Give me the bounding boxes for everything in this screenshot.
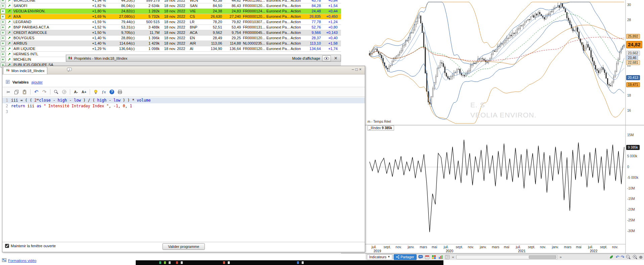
chart-undo-icon[interactable]: ↶ <box>615 255 619 260</box>
month-label: nov. <box>540 245 546 249</box>
add-instrument-icon[interactable]: + <box>1 20 5 24</box>
cell-pct: +1,69 % <box>88 14 107 19</box>
workspace-icon[interactable] <box>445 255 450 260</box>
month-label: mai <box>432 245 437 249</box>
add-instrument-icon[interactable]: + <box>1 4 5 8</box>
editor-help-icon[interactable]: ? <box>108 88 116 96</box>
watchlist-row[interactable]: +↗LEGRAND+1,59 %79,44(c)500 51518 nov. 2… <box>0 19 341 25</box>
eco-mode-icon[interactable] <box>609 255 614 260</box>
watchlist-row[interactable]: +↗AIR LIQUIDE+1,29 %136,64(c)1 098k18 no… <box>0 46 341 52</box>
watchlist-row[interactable]: +↗AXA+1,69 %27,080(c)5 732k18 nov. 2022C… <box>0 14 341 19</box>
zoom-out-icon[interactable] <box>626 255 631 260</box>
bar-chart-icon[interactable] <box>438 255 443 260</box>
dialog-close-icon[interactable]: ✕ <box>333 56 339 61</box>
open-chart-icon[interactable]: ↗ <box>7 25 10 29</box>
cell-last: 28,37 <box>304 36 322 41</box>
open-chart-icon[interactable]: ↗ <box>7 41 10 45</box>
add-instrument-icon[interactable]: + <box>1 31 5 35</box>
code-line[interactable]: 2return iii as " Intensité Intraday Inde… <box>2 103 365 109</box>
open-chart-icon[interactable]: ↗ <box>7 31 10 35</box>
editor-tab[interactable]: Mon indic18_IIIndex <box>3 67 47 74</box>
display-mode-eye-button[interactable] <box>322 55 331 61</box>
comment-icon[interactable] <box>60 88 68 96</box>
watchlist-row[interactable]: +↗AIRBUS+1,40 %114,64(c)1 429k18 nov. 20… <box>0 41 341 46</box>
code-line[interactable]: 3 <box>2 109 365 115</box>
svg-text:?: ? <box>69 68 70 71</box>
code-editor-area[interactable]: 1iii = ( ( 2*close - high - low ) / ( hi… <box>2 98 365 242</box>
add-instrument-icon[interactable]: + <box>1 52 5 57</box>
hint-icon[interactable] <box>92 88 99 96</box>
indicators-button[interactable]: Indicateurs▼ <box>367 254 392 260</box>
open-chart-icon[interactable]: ↗ <box>7 47 10 51</box>
properties-dialog-titlebar[interactable]: Propriétés - Mon indic18_IIIndex Mode d'… <box>66 55 341 62</box>
calendar-icon[interactable] <box>425 255 430 260</box>
undo-icon[interactable]: ↶ <box>33 88 40 96</box>
cell-bid: 78,20 <box>204 19 223 24</box>
watchlist-row[interactable]: +↗VEOLIA ENVIRON.+1,80 %24,82(c)1 282k18… <box>0 9 341 14</box>
keep-window-open-checkbox[interactable] <box>5 244 9 248</box>
search-icon[interactable] <box>52 88 60 96</box>
add-instrument-icon[interactable]: + <box>1 41 5 46</box>
chart-pane[interactable]: E. S VEOLIA ENVIRON. m - Temps Réel _III… <box>341 0 644 254</box>
add-instrument-icon[interactable]: + <box>1 25 5 30</box>
open-chart-icon[interactable]: ↗ <box>7 20 10 24</box>
collapse-left-icon[interactable]: « <box>452 255 455 259</box>
add-instrument-icon[interactable]: + <box>1 36 5 41</box>
cell-type: Action <box>290 36 304 41</box>
chart-horizontal-scrollbar[interactable] <box>456 255 558 259</box>
close-icon[interactable]: × <box>359 67 363 72</box>
indicator-tick: -30M <box>627 229 635 233</box>
add-instrument-icon[interactable]: + <box>1 0 5 3</box>
open-chart-icon[interactable]: ↗ <box>7 4 10 8</box>
watchlist-row[interactable]: +↗BOUYGUES+1,40 %28,89(c)1 396k18 nov. 2… <box>0 36 341 41</box>
share-button[interactable]: Partager <box>394 254 416 260</box>
font-decrease-icon[interactable]: A- <box>72 88 80 96</box>
add-instrument-icon[interactable]: + <box>1 47 5 51</box>
chat-icon[interactable] <box>418 255 423 260</box>
add-instrument-icon[interactable]: + <box>1 9 5 14</box>
watchlist-row[interactable]: +↗WORLDLINE+1,94 %44,20(c)599 27518 nov.… <box>0 0 341 3</box>
add-instrument-icon[interactable]: + <box>1 14 5 19</box>
copy-icon[interactable] <box>13 88 20 96</box>
collapse-right-icon[interactable]: » <box>559 255 562 259</box>
cell-ask: 27,240 <box>223 14 242 19</box>
cut-icon[interactable]: ✂ <box>5 88 12 96</box>
editor-titlebar[interactable]: Mon indic18_IIIndex ? –□× <box>2 66 365 74</box>
help-bubble-icon[interactable]: ? <box>67 67 72 73</box>
function-icon[interactable]: ƒx <box>100 88 108 96</box>
add-instrument-icon[interactable]: + <box>1 57 5 62</box>
month-label: nov. <box>612 245 618 249</box>
maximize-icon[interactable]: □ <box>355 67 359 72</box>
keep-window-open-option[interactable]: Maintenir la fenêtre ouverte <box>5 244 56 248</box>
cell-pct: +1,50 % <box>88 30 107 35</box>
open-chart-icon[interactable]: ↗ <box>7 52 10 56</box>
chart-redo-icon[interactable]: ↷ <box>620 255 624 260</box>
paste-icon[interactable] <box>21 88 28 96</box>
cell-date: 18 nov. 2022 <box>161 41 189 46</box>
open-chart-icon[interactable]: ↗ <box>7 36 10 40</box>
font-increase-icon[interactable]: A+ <box>80 88 88 96</box>
open-chart-icon[interactable]: ↗ <box>7 0 10 2</box>
cell-date: 18 nov. 2022 <box>161 36 189 41</box>
scrollbar-thumb[interactable] <box>529 256 556 259</box>
zoom-reset-icon[interactable]: ⊕ <box>639 255 643 260</box>
print-icon[interactable] <box>116 88 124 96</box>
open-chart-icon[interactable]: ↗ <box>7 57 10 61</box>
open-chart-icon[interactable]: ↗ <box>7 9 10 13</box>
watchlist-row[interactable]: +↗BNP PARIBAS ACT.A+1,52 %53,31(c)3 488k… <box>0 25 341 30</box>
redo-icon[interactable]: ↷ <box>41 88 48 96</box>
minimize-icon[interactable]: – <box>352 67 355 72</box>
cell-type: Action <box>290 41 304 46</box>
open-chart-icon[interactable]: ↗ <box>7 14 10 18</box>
taskbar[interactable] <box>136 260 443 265</box>
code-line[interactable]: 1iii = ( ( 2*close - high - low ) / ( hi… <box>2 98 365 103</box>
cell-pct: +1,40 % <box>88 41 107 46</box>
validate-program-button[interactable]: Valider programme <box>162 243 205 250</box>
heatmap-icon[interactable] <box>431 255 437 260</box>
add-variable-link[interactable]: ajouter <box>31 80 43 84</box>
watchlist-row[interactable]: +↗CREDIT AGRICOLE+1,50 %9,705(c)11,7M18 … <box>0 30 341 36</box>
zoom-in-icon[interactable] <box>632 255 638 260</box>
watchlist-row[interactable]: +↗SANOFI+1,82 %86,04(c)2 634k18 nov. 202… <box>0 3 341 9</box>
formations-video-link[interactable]: Formations vidéo <box>8 259 36 263</box>
cell-type: Action <box>290 25 304 30</box>
